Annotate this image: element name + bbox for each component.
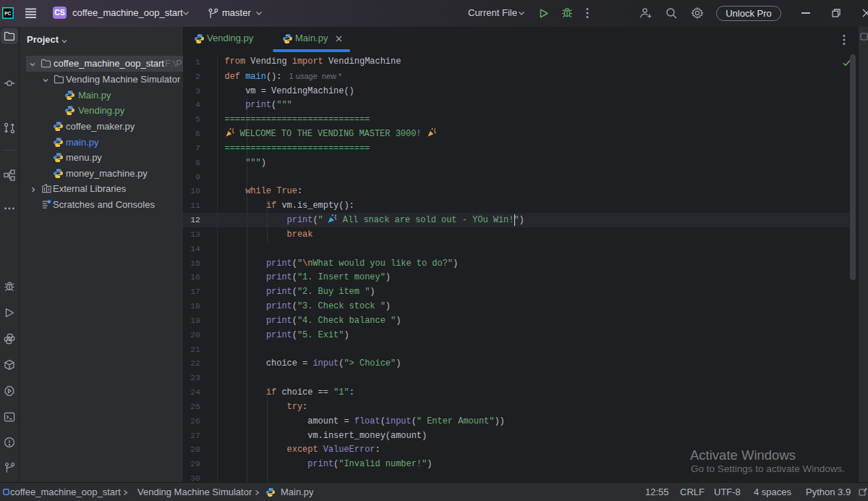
- svg-text:PC: PC: [4, 11, 11, 16]
